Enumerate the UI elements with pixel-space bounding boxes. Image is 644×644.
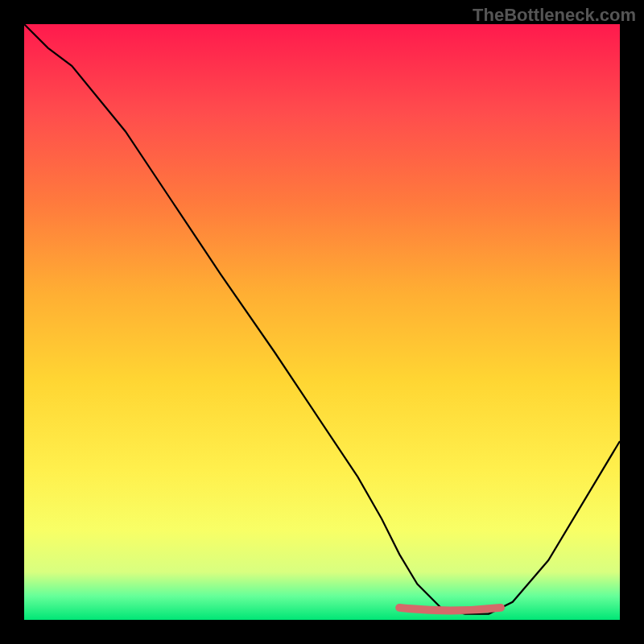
chart-svg [24,24,620,620]
watermark-label: TheBottleneck.com [473,5,636,26]
chart-plot-area [24,24,620,620]
optimal-range-marker [399,608,501,611]
bottleneck-curve [24,24,620,614]
